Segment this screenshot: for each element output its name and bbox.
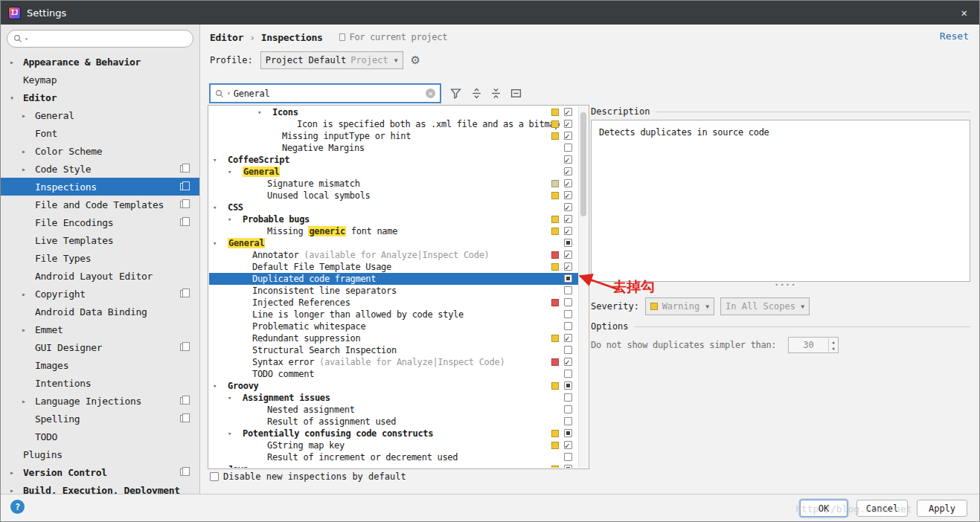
inspection-row-missing-generic-font-name[interactable]: Missing generic font name: [209, 225, 578, 237]
inspection-row-syntax-error[interactable]: Syntax error (available for Analyze|Insp…: [209, 356, 578, 368]
inspection-row-result-of-assignment-used[interactable]: Result of assignment used: [209, 416, 578, 428]
search-history-caret-icon[interactable]: ▾: [25, 36, 28, 42]
chevron-right-icon[interactable]: ▸: [22, 147, 35, 155]
apply-button[interactable]: Apply: [917, 500, 967, 517]
profile-select[interactable]: Project Default Project ▼: [260, 51, 403, 69]
inspection-row-default-file-template-usage[interactable]: Default File Template Usage: [209, 261, 578, 273]
inspection-row-annotator[interactable]: Annotator (available for Analyze|Inspect…: [209, 249, 578, 261]
close-icon[interactable]: ✕: [957, 5, 972, 20]
chevron-right-icon[interactable]: ▸: [10, 468, 23, 477]
spinner-down-icon[interactable]: ▼: [832, 345, 835, 352]
inspection-checkbox[interactable]: [564, 370, 572, 378]
chevron-down-icon[interactable]: ▾: [213, 154, 217, 166]
sidebar-item-color-scheme[interactable]: ▸Color Scheme: [1, 142, 199, 160]
inspection-checkbox[interactable]: [564, 346, 572, 354]
inspection-row-structural-search-inspection[interactable]: Structural Search Inspection: [209, 344, 578, 356]
inspection-row-nested-assignment[interactable]: Nested assignment: [209, 404, 578, 416]
inspection-checkbox[interactable]: [564, 155, 572, 164]
inspection-row-probable-bugs[interactable]: ▾Probable bugs: [209, 213, 578, 225]
inspection-checkbox[interactable]: [564, 167, 572, 175]
inspection-checkbox[interactable]: [564, 215, 572, 223]
sidebar-item-code-style[interactable]: ▸Code Style: [1, 160, 199, 178]
inspection-row-inconsistent-line-separators[interactable]: Inconsistent line separators: [209, 285, 578, 297]
inspection-row-general[interactable]: ▾General: [209, 166, 578, 178]
inspections-search-value[interactable]: General: [234, 88, 423, 99]
sidebar-item-plugins[interactable]: Plugins: [1, 445, 199, 463]
tree-scrollbar[interactable]: [578, 106, 588, 468]
sidebar-item-file-encodings[interactable]: File Encodings: [1, 213, 199, 231]
inspection-checkbox[interactable]: [564, 132, 572, 140]
sidebar-item-editor[interactable]: ▾Editor: [1, 88, 199, 106]
inspection-checkbox[interactable]: [564, 358, 572, 366]
inspection-checkbox[interactable]: [564, 298, 572, 306]
cancel-button[interactable]: Cancel: [856, 500, 908, 517]
inspection-checkbox[interactable]: [564, 429, 572, 437]
inspection-checkbox[interactable]: [564, 441, 572, 449]
inspection-checkbox[interactable]: [564, 203, 572, 211]
sidebar-item-inspections[interactable]: Inspections: [1, 178, 199, 196]
scrollbar-thumb[interactable]: [580, 112, 586, 216]
inspection-row-todo-comment[interactable]: TODO comment: [209, 368, 578, 380]
sidebar-item-appearance-behavior[interactable]: ▸Appearance & Behavior: [1, 53, 199, 71]
splitter-grip[interactable]: ∙∙∙∙: [775, 281, 797, 289]
inspection-checkbox[interactable]: [564, 286, 572, 294]
chevron-down-icon[interactable]: ▾: [10, 94, 23, 102]
inspection-checkbox[interactable]: [564, 322, 572, 330]
inspection-checkbox[interactable]: [564, 227, 572, 235]
help-button[interactable]: ?: [10, 500, 25, 514]
inspection-row-negative-margins[interactable]: Negative Margins: [209, 142, 578, 154]
sidebar-item-file-and-code-templates[interactable]: File and Code Templates: [1, 196, 199, 213]
inspection-row-injected-references[interactable]: Injected References: [209, 297, 578, 309]
settings-search-box[interactable]: ▾: [7, 30, 193, 48]
inspection-row-icons[interactable]: ▾Icons: [209, 106, 578, 118]
inspection-row-general[interactable]: ▾General: [209, 237, 578, 249]
clear-search-icon[interactable]: ✕: [426, 88, 435, 98]
inspection-checkbox[interactable]: [564, 405, 572, 413]
inspection-row-duplicated-code-fragment[interactable]: Duplicated code fragment: [209, 273, 578, 285]
inspection-row-coffeescript[interactable]: ▾CoffeeScript: [209, 154, 578, 166]
sidebar-item-intentions[interactable]: Intentions: [1, 374, 199, 392]
spinner-up-icon[interactable]: ▲: [832, 338, 835, 345]
chevron-right-icon[interactable]: ▸: [10, 58, 23, 66]
ok-button[interactable]: OK: [800, 500, 848, 517]
scope-select[interactable]: In All Scopes ▼: [720, 297, 810, 315]
chevron-right-icon[interactable]: ▸: [22, 112, 35, 120]
profile-gear-icon[interactable]: ⚙: [411, 54, 420, 67]
inspection-row-line-is-longer-than-allowed-by-code-style[interactable]: Line is longer than allowed by code styl…: [209, 309, 578, 320]
sidebar-item-android-layout-editor[interactable]: Android Layout Editor: [1, 267, 199, 285]
inspection-row-assignment-issues[interactable]: ▾Assignment issues: [209, 392, 578, 404]
chevron-down-icon[interactable]: ▾: [228, 428, 231, 439]
spinner-arrows[interactable]: ▲▼: [828, 338, 838, 352]
titlebar[interactable]: IJ Settings ✕: [1, 1, 979, 25]
chevron-right-icon[interactable]: ▸: [22, 165, 35, 173]
duplicates-threshold-spinner[interactable]: 30 ▲▼: [788, 337, 839, 353]
filter-icon[interactable]: [447, 85, 464, 101]
sidebar-item-live-templates[interactable]: Live Templates: [1, 231, 199, 249]
sidebar-item-emmet[interactable]: ▸Emmet: [1, 320, 199, 338]
inspection-checkbox[interactable]: [564, 144, 572, 152]
chevron-right-icon[interactable]: ▸: [22, 326, 35, 334]
sidebar-item-copyright[interactable]: ▸Copyright: [1, 285, 199, 303]
duplicates-threshold-value[interactable]: 30: [789, 340, 828, 350]
inspection-checkbox[interactable]: [564, 251, 572, 259]
inspection-row-redundant-suppression[interactable]: Redundant suppression: [209, 332, 578, 344]
reset-link[interactable]: Reset: [940, 30, 969, 42]
inspection-checkbox[interactable]: [564, 191, 572, 199]
inspection-checkbox[interactable]: [564, 274, 572, 283]
collapse-all-icon[interactable]: [487, 85, 504, 101]
sidebar-item-android-data-binding[interactable]: Android Data Binding: [1, 303, 199, 320]
inspection-checkbox[interactable]: [564, 417, 572, 425]
chevron-right-icon[interactable]: ▸: [22, 290, 35, 298]
inspection-row-icon-is-specified-both-as-xml-file-and-as-a-bitmap[interactable]: Icon is specified both as .xml file and …: [209, 118, 578, 130]
breadcrumb-editor[interactable]: Editor: [210, 32, 243, 43]
inspection-checkbox[interactable]: [564, 120, 572, 128]
collapse-node-icon[interactable]: [507, 85, 524, 101]
sidebar-item-font[interactable]: Font: [1, 124, 199, 142]
inspection-row-java[interactable]: ▾Java: [209, 463, 578, 468]
inspection-checkbox[interactable]: [564, 334, 572, 342]
chevron-right-icon[interactable]: ▸: [22, 397, 35, 405]
inspection-row-css[interactable]: ▾CSS: [209, 202, 578, 213]
chevron-down-icon[interactable]: ▾: [213, 237, 217, 249]
sidebar-item-todo[interactable]: TODO: [1, 428, 199, 445]
sidebar-item-spelling[interactable]: Spelling: [1, 410, 199, 428]
